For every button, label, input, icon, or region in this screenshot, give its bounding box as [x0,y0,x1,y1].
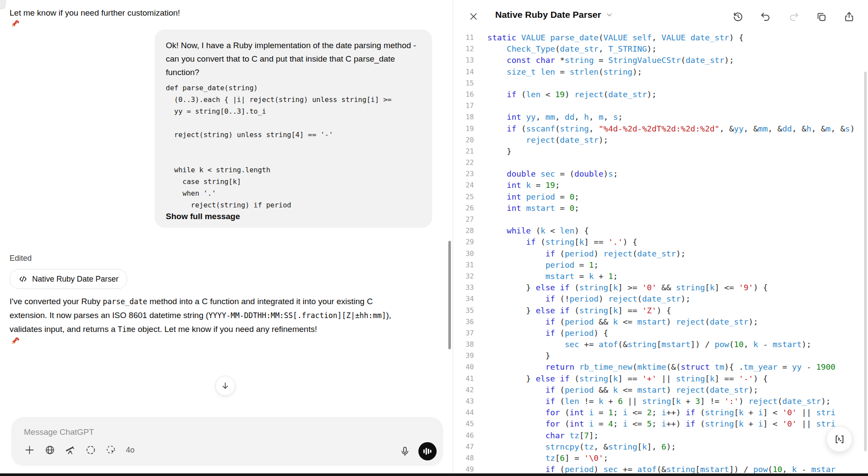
attach-button[interactable] [24,444,35,456]
code-line-text: Check_Type(date_str, T_STRING); [487,43,657,55]
assistant-message-text: Let me know if you need further customiz… [10,7,180,28]
code-line-text: if (period) reject(date_str); [487,248,686,259]
line-number: 47 [453,441,474,453]
line-number: 45 [453,418,474,430]
line-number: 26 [453,203,474,214]
line-number: 41 [453,373,474,384]
dashed-circle-cursor-icon [105,444,117,456]
code-line-text: mstart = k + 1; [487,271,618,282]
code-editor[interactable]: 11static VALUE parse_date(VALUE self, VA… [453,32,868,476]
search-button[interactable] [44,444,56,456]
code-line: 13 const char *string = StringValueCStr(… [453,55,868,66]
canvas-button[interactable] [105,444,117,456]
inline-code: YYYY-MM-DDTHH:MM:SS[.fraction][Z| [208,311,355,320]
inline-code: ±hh:mm] [355,311,386,320]
code-line-text: } [487,350,550,361]
code-line: 36 if (period && k <= mstart) reject(dat… [453,316,868,328]
deep-research-button[interactable] [65,444,76,456]
code-line-text: sec += atof(&string[mstart]) / pow(10, k… [487,339,811,350]
version-history-button[interactable] [732,10,744,23]
code-line: 20 reject(date_str); [453,135,868,146]
line-number: 24 [453,180,474,191]
line-number: 36 [453,316,474,328]
canvas-panel: Native Ruby Date Parser [453,0,868,476]
line-number: 18 [453,112,474,123]
code-line-text: double sec = (double)s; [487,168,618,180]
line-number: 27 [453,214,474,225]
code-line-text: if (string[k] == '.') { [487,236,637,248]
voice-mode-button[interactable] [418,442,437,460]
code-line: 48 tz[6] = '\0'; [453,453,868,464]
user-message-bubble: Ok! Now, I have a Ruby implementation of… [155,30,432,228]
code-line: 32 mstart = k + 1; [453,271,868,282]
canvas-header: Native Ruby Date Parser [453,0,868,30]
inline-code: Time [118,325,135,334]
code-line: 18 int yy, mm, dd, h, m, s; [453,112,868,123]
line-number: 37 [453,328,474,339]
microphone-icon [399,446,411,457]
code-line-text: strncpy(tz, &string[k], 6); [487,441,676,453]
undo-button[interactable] [760,10,772,23]
code-line: 28 while (k < len) { [453,225,868,236]
code-line-text: if (period) { [487,328,608,339]
dashed-circle-icon [85,444,96,456]
canvas-title-text: Native Ruby Date Parser [495,10,601,20]
canvas-chip-label: Native Ruby Date Parser [32,275,118,284]
canvas-chip[interactable]: Native Ruby Date Parser [10,269,127,289]
code-line: 16 if (len < 19) reject(date_str); [453,89,868,100]
redo-button[interactable] [787,10,799,23]
dictate-button[interactable] [399,446,411,457]
waveform-icon [423,446,432,456]
line-number: 12 [453,43,474,55]
window-bottom-edge [0,473,868,476]
composer-input[interactable]: Message ChatGPT [24,427,94,437]
line-number: 29 [453,236,474,248]
app-window: Let me know if you need further customiz… [0,0,868,476]
model-selector[interactable]: 4o [126,446,135,455]
share-button[interactable] [843,10,855,23]
undo-icon [760,11,772,23]
line-number: 25 [453,191,474,203]
line-number: 48 [453,453,474,464]
code-line: 22 [453,157,868,168]
code-line: 40 return rb_time_new(mktime(&(struct tm… [453,361,868,373]
code-line-text: const char *string = StringValueCStr(dat… [487,55,734,66]
copy-button[interactable] [815,10,827,23]
code-line-text: } else if (string[k] == '+' || string[k]… [487,373,768,384]
show-full-message-button[interactable]: Show full message [166,212,421,221]
code-line-text: int mstart = 0; [487,203,579,214]
code-console-icon [834,433,845,445]
code-line-text: char tz[7]; [487,430,598,441]
code-line: 17 [453,100,868,112]
code-line-text: if (period && k <= mstart) reject(date_s… [487,316,758,328]
code-line-text: int k = 19; [487,180,560,191]
telescope-icon [65,444,76,456]
scroll-to-bottom-button[interactable] [215,376,235,396]
code-line: 34 if (!period) reject(date_str); [453,293,868,305]
line-number: 33 [453,282,474,293]
code-line: 44 for (int i = 1; i <= 2; i++) if (stri… [453,407,868,418]
canvas-title[interactable]: Native Ruby Date Parser [495,10,614,20]
line-number: 23 [453,168,474,180]
code-line: 41 } else if (string[k] == '+' || string… [453,373,868,384]
chat-scrollbar[interactable] [448,241,451,349]
composer[interactable]: Message ChatGPT [12,417,443,465]
console-toggle-button[interactable] [826,426,852,452]
line-number: 31 [453,259,474,271]
user-message-code: def parse_date(string) (0..3).each { |i|… [166,82,421,211]
line-number: 46 [453,430,474,441]
code-line: 15 [453,78,868,89]
line-number: 38 [453,339,474,350]
close-canvas-button[interactable] [465,8,482,25]
line-number: 42 [453,384,474,396]
line-number: 28 [453,225,474,236]
code-line-text: reject(date_str); [487,135,608,146]
reason-button[interactable] [85,444,96,456]
canvas-scrollbar[interactable] [864,72,867,451]
code-line-text: } [487,146,512,157]
assistant-reply-text: I've converted your Ruby parse_date meth… [10,295,403,345]
line-number: 13 [453,55,474,66]
code-line-text: } else if (string[k] >= '0' && string[k]… [487,282,768,293]
code-line: 30 if (period) reject(date_str); [453,248,868,259]
code-line: 11static VALUE parse_date(VALUE self, VA… [453,32,868,43]
